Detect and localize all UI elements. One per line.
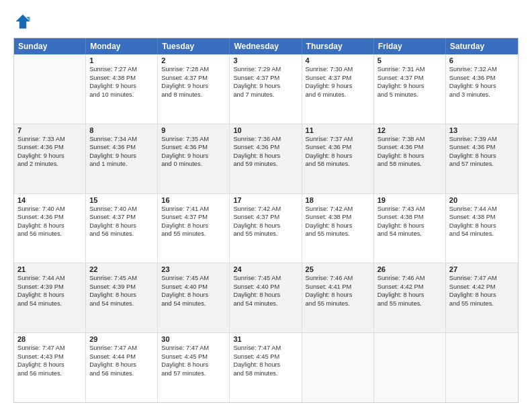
calendar-cell [14, 54, 86, 124]
cell-info-line: Daylight: 8 hours [233, 152, 298, 161]
day-number: 2 [161, 56, 226, 64]
calendar-cell [374, 333, 446, 402]
cell-info-line: Sunset: 4:36 PM [306, 143, 370, 152]
calendar-cell: 18Sunrise: 7:42 AMSunset: 4:38 PMDayligh… [302, 194, 374, 263]
cell-info-line: Daylight: 9 hours [233, 82, 298, 91]
cell-info-line: and 54 minutes. [17, 300, 82, 308]
cell-info-line: Sunset: 4:44 PM [89, 353, 154, 361]
cell-info-line: Sunrise: 7:40 AM [17, 205, 82, 214]
day-number: 24 [233, 265, 298, 273]
calendar-cell: 23Sunrise: 7:45 AMSunset: 4:40 PMDayligh… [158, 263, 230, 332]
cell-info-line: Sunset: 4:39 PM [89, 283, 154, 291]
cell-info-line: and 6 minutes. [306, 91, 370, 99]
cell-info-line: Sunset: 4:36 PM [161, 143, 226, 152]
day-number: 23 [161, 265, 226, 273]
cell-info-line: Sunrise: 7:27 AM [89, 65, 154, 74]
cell-info-line: Sunset: 4:37 PM [89, 213, 154, 222]
cell-info-line: and 57 minutes. [449, 160, 515, 169]
cell-info-line: Daylight: 8 hours [449, 222, 515, 230]
cell-info-line: Daylight: 8 hours [378, 291, 442, 300]
cell-info-line: Sunrise: 7:47 AM [449, 274, 515, 283]
cell-info-line: Daylight: 9 hours [89, 82, 154, 91]
cell-info-line: and 55 minutes. [161, 230, 226, 238]
cell-info-line: Sunset: 4:37 PM [233, 74, 298, 83]
calendar-cell: 26Sunrise: 7:46 AMSunset: 4:42 PMDayligh… [374, 263, 446, 332]
day-number: 13 [449, 126, 515, 134]
calendar-cell: 12Sunrise: 7:38 AMSunset: 4:36 PMDayligh… [374, 124, 446, 193]
weekday-header: Sunday [14, 38, 86, 54]
cell-info-line: and 10 minutes. [89, 91, 154, 99]
calendar-row: 1Sunrise: 7:27 AMSunset: 4:38 PMDaylight… [14, 54, 518, 124]
day-number: 18 [306, 196, 370, 204]
day-number: 9 [161, 126, 226, 134]
calendar-cell [446, 333, 518, 402]
cell-info-line: Sunrise: 7:35 AM [161, 135, 226, 144]
page: SundayMondayTuesdayWednesdayThursdayFrid… [0, 0, 532, 411]
cell-info-line: and 2 minutes. [17, 160, 82, 169]
cell-info-line: and 56 minutes. [17, 230, 82, 238]
calendar-row: 21Sunrise: 7:44 AMSunset: 4:39 PMDayligh… [14, 263, 518, 332]
cell-info-line: Sunrise: 7:42 AM [233, 205, 298, 214]
cell-info-line: and 56 minutes. [89, 230, 154, 238]
calendar-cell: 6Sunrise: 7:32 AMSunset: 4:36 PMDaylight… [446, 54, 518, 124]
weekday-header: Tuesday [158, 38, 230, 54]
cell-info-line: and 55 minutes. [378, 300, 442, 308]
cell-info-line: Sunrise: 7:46 AM [306, 274, 370, 283]
cell-info-line: and 54 minutes. [378, 230, 442, 238]
calendar-cell: 24Sunrise: 7:45 AMSunset: 4:40 PMDayligh… [230, 263, 302, 332]
cell-info-line: Sunset: 4:38 PM [449, 213, 515, 222]
day-number: 15 [89, 196, 154, 204]
calendar-body: 1Sunrise: 7:27 AMSunset: 4:38 PMDaylight… [14, 54, 518, 402]
cell-info-line: and 3 minutes. [449, 91, 515, 99]
day-number: 10 [233, 126, 298, 134]
calendar-cell: 28Sunrise: 7:47 AMSunset: 4:43 PMDayligh… [14, 333, 86, 402]
calendar-cell: 5Sunrise: 7:31 AMSunset: 4:37 PMDaylight… [374, 54, 446, 124]
cell-info-line: and 7 minutes. [233, 91, 298, 99]
cell-info-line: Sunrise: 7:47 AM [17, 344, 82, 353]
day-number: 16 [161, 196, 226, 204]
day-number: 5 [378, 56, 442, 64]
weekday-header: Saturday [446, 38, 518, 54]
cell-info-line: Sunset: 4:36 PM [233, 143, 298, 152]
cell-info-line: Sunset: 4:38 PM [89, 74, 154, 83]
cell-info-line: and 58 minutes. [306, 160, 370, 169]
calendar-cell: 13Sunrise: 7:39 AMSunset: 4:36 PMDayligh… [446, 124, 518, 193]
calendar-cell: 19Sunrise: 7:43 AMSunset: 4:38 PMDayligh… [374, 194, 446, 263]
cell-info-line: Sunrise: 7:36 AM [233, 135, 298, 144]
cell-info-line: Sunrise: 7:44 AM [17, 274, 82, 283]
cell-info-line: Daylight: 8 hours [17, 361, 82, 369]
cell-info-line: Sunset: 4:37 PM [233, 213, 298, 222]
cell-info-line: Sunrise: 7:29 AM [233, 65, 298, 74]
day-number: 19 [378, 196, 442, 204]
cell-info-line: Sunrise: 7:45 AM [233, 274, 298, 283]
cell-info-line: and 54 minutes. [89, 300, 154, 308]
cell-info-line: Sunrise: 7:47 AM [161, 344, 226, 353]
cell-info-line: and 8 minutes. [161, 91, 226, 99]
logo [13, 12, 35, 31]
cell-info-line: Sunset: 4:43 PM [17, 353, 82, 361]
day-number: 17 [233, 196, 298, 204]
cell-info-line: Sunset: 4:42 PM [449, 283, 515, 291]
svg-marker-0 [16, 15, 30, 29]
cell-info-line: and 56 minutes. [17, 369, 82, 378]
day-number: 21 [17, 265, 82, 273]
cell-info-line: Sunset: 4:41 PM [306, 283, 370, 291]
calendar-cell: 30Sunrise: 7:47 AMSunset: 4:45 PMDayligh… [158, 333, 230, 402]
calendar-cell: 25Sunrise: 7:46 AMSunset: 4:41 PMDayligh… [302, 263, 374, 332]
calendar-cell: 17Sunrise: 7:42 AMSunset: 4:37 PMDayligh… [230, 194, 302, 263]
day-number: 3 [233, 56, 298, 64]
calendar-cell [302, 333, 374, 402]
cell-info-line: and 54 minutes. [233, 300, 298, 308]
cell-info-line: Sunrise: 7:45 AM [89, 274, 154, 283]
day-number: 12 [378, 126, 442, 134]
day-number: 31 [233, 335, 298, 343]
cell-info-line: Sunset: 4:36 PM [17, 143, 82, 152]
cell-info-line: Daylight: 8 hours [378, 152, 442, 161]
cell-info-line: Daylight: 9 hours [161, 152, 226, 161]
cell-info-line: Sunrise: 7:30 AM [306, 65, 370, 74]
cell-info-line: Sunset: 4:37 PM [306, 74, 370, 83]
cell-info-line: Sunset: 4:36 PM [449, 74, 515, 83]
cell-info-line: and 5 minutes. [378, 91, 442, 99]
calendar-cell: 31Sunrise: 7:47 AMSunset: 4:45 PMDayligh… [230, 333, 302, 402]
cell-info-line: Sunrise: 7:31 AM [378, 65, 442, 74]
